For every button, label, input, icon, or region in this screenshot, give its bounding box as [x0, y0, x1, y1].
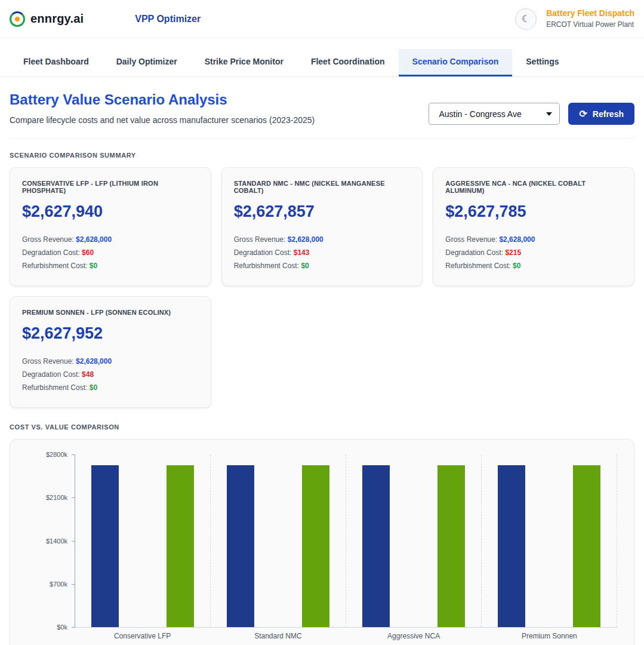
app-header: ennrgy.ai VPP Optimizer ☾ Battery Fleet … — [0, 0, 644, 38]
net-value: $2,627,952 — [22, 324, 199, 343]
main-nav: Fleet Dashboard Daily Optimizer Strike P… — [0, 49, 644, 77]
gross-revenue-value: $2,628,000 — [76, 235, 112, 244]
degradation-value: $48 — [82, 370, 94, 379]
page-title: Battery Value Scenario Analysis — [10, 91, 429, 108]
y-axis-tick-label: $700k — [50, 580, 67, 588]
y-axis-tick-mark — [72, 454, 75, 455]
dispatch-title: Battery Fleet Dispatch — [546, 8, 634, 20]
x-axis-label: Standard NMC — [210, 628, 346, 640]
scenario-card-conservative-lfp: CONSERVATIVE LFP - LFP (LITHIUM IRON PHO… — [10, 167, 211, 286]
bar-net-value — [437, 465, 465, 627]
gross-revenue-value: $2,628,000 — [76, 357, 112, 366]
degradation-row: Degradation Cost: $143 — [234, 246, 411, 259]
net-value: $2,627,857 — [234, 202, 411, 221]
y-axis-tick-mark — [72, 584, 75, 585]
theme-toggle-button[interactable]: ☾ — [515, 8, 537, 30]
scenario-card-standard-nmc: STANDARD NMC - NMC (NICKEL MANGANESE COB… — [221, 167, 423, 286]
chart-plot: $2800k$2100k$1400k$700k$0k — [75, 454, 617, 628]
y-axis-tick-label: $2100k — [46, 494, 67, 501]
refurbishment-value: $0 — [90, 383, 97, 392]
dispatch-info: Battery Fleet Dispatch ERCOT Virtual Pow… — [546, 8, 634, 29]
refurbishment-row: Refurbishment Cost: $0 — [234, 259, 411, 272]
chart-x-labels: Conservative LFPStandard NMCAggressive N… — [75, 628, 617, 640]
site-selector-value: Austin - Congress Ave — [439, 109, 521, 119]
category-premium-sonnen — [482, 454, 617, 627]
refresh-button[interactable]: ⟳ Refresh — [568, 103, 634, 125]
y-axis-tick-mark — [72, 541, 75, 542]
chart-category-row — [75, 454, 617, 627]
degradation-row: Degradation Cost: $60 — [22, 246, 199, 259]
refurbishment-value: $0 — [90, 262, 97, 270]
x-axis-label: Aggressive NCA — [346, 628, 482, 640]
tab-fleet-dashboard[interactable]: Fleet Dashboard — [10, 49, 103, 76]
refurbishment-row: Refurbishment Cost: $0 — [22, 259, 199, 272]
bar-gross-revenue — [227, 465, 254, 627]
logo-text: ennrgy.ai — [30, 12, 84, 26]
y-axis-tick-label: $2800k — [46, 451, 67, 458]
gross-revenue-row: Gross Revenue: $2,628,000 — [445, 233, 622, 246]
bar-net-value — [573, 465, 600, 627]
y-axis-tick-mark — [72, 627, 75, 628]
category-aggressive-nca — [346, 454, 482, 627]
gross-revenue-value: $2,628,000 — [499, 235, 535, 244]
ennrgy-logo[interactable]: ennrgy.ai — [10, 11, 84, 27]
site-selector[interactable]: Austin - Congress Ave — [429, 103, 560, 125]
tab-daily-optimizer[interactable]: Daily Optimizer — [103, 49, 191, 76]
net-value: $2,627,940 — [22, 202, 199, 221]
x-axis-label: Conservative LFP — [75, 628, 210, 640]
refresh-icon: ⟳ — [579, 109, 587, 119]
page-header: Battery Value Scenario Analysis Compare … — [10, 77, 634, 139]
refurbishment-row: Refurbishment Cost: $0 — [22, 381, 199, 394]
bar-gross-revenue — [362, 465, 390, 627]
degradation-value: $143 — [294, 248, 310, 257]
degradation-value: $60 — [82, 248, 94, 257]
summary-section-title: SCENARIO COMPARISON SUMMARY — [10, 152, 634, 159]
tab-scenario-comparison[interactable]: Scenario Comparison — [399, 49, 513, 76]
y-axis-tick-mark — [72, 497, 75, 498]
y-axis-tick-label: $0k — [57, 624, 67, 631]
logo-dot — [15, 17, 20, 22]
category-standard-nmc — [211, 454, 346, 627]
bar-gross-revenue — [498, 465, 525, 627]
bar-gross-revenue — [91, 465, 119, 627]
tab-fleet-coordination[interactable]: Fleet Coordination — [297, 49, 399, 76]
refurbishment-value: $0 — [301, 262, 309, 270]
refurbishment-row: Refurbishment Cost: $0 — [445, 259, 622, 272]
gross-revenue-value: $2,628,000 — [288, 235, 323, 244]
tab-strike-price-monitor[interactable]: Strike Price Monitor — [191, 49, 297, 76]
app-title: VPP Optimizer — [135, 14, 201, 24]
moon-icon: ☾ — [522, 14, 530, 24]
bar-net-value — [167, 465, 194, 627]
gross-revenue-row: Gross Revenue: $2,628,000 — [22, 233, 199, 246]
chart-card: $2800k$2100k$1400k$700k$0k Conservative … — [10, 439, 634, 645]
gross-revenue-row: Gross Revenue: $2,628,000 — [234, 233, 411, 246]
chart-section-title: COST VS. VALUE COMPARISON — [10, 423, 634, 431]
refresh-label: Refresh — [593, 109, 624, 119]
gross-revenue-row: Gross Revenue: $2,628,000 — [22, 355, 199, 368]
main-content: Battery Value Scenario Analysis Compare … — [0, 77, 644, 645]
net-value: $2,627,785 — [445, 202, 622, 221]
dispatch-subtitle: ERCOT Virtual Power Plant — [546, 20, 634, 30]
scenario-card-title: CONSERVATIVE LFP - LFP (LITHIUM IRON PHO… — [22, 180, 199, 194]
ennrgy-logo-icon — [10, 11, 25, 27]
degradation-row: Degradation Cost: $48 — [22, 368, 199, 381]
degradation-value: $215 — [505, 248, 521, 257]
scenario-card-title: PREMIUM SONNEN - LFP (SONNEN ECOLINX) — [22, 309, 199, 316]
refurbishment-value: $0 — [513, 262, 520, 270]
tab-settings[interactable]: Settings — [512, 49, 572, 76]
y-axis-tick-label: $1400k — [46, 538, 67, 545]
scenario-card-grid: CONSERVATIVE LFP - LFP (LITHIUM IRON PHO… — [10, 167, 634, 408]
scenario-card-title: STANDARD NMC - NMC (NICKEL MANGANESE COB… — [234, 180, 411, 194]
degradation-row: Degradation Cost: $215 — [445, 246, 622, 259]
scenario-card-premium-sonnen: PREMIUM SONNEN - LFP (SONNEN ECOLINX) $2… — [10, 296, 211, 408]
category-conservative-lfp — [75, 454, 211, 627]
page-subtitle: Compare lifecycle costs and net value ac… — [10, 115, 429, 125]
bar-net-value — [302, 465, 329, 627]
scenario-card-title: AGGRESSIVE NCA - NCA (NICKEL COBALT ALUM… — [445, 180, 622, 194]
chevron-down-icon — [546, 112, 552, 116]
x-axis-label: Premium Sonnen — [482, 628, 617, 640]
scenario-card-aggressive-nca: AGGRESSIVE NCA - NCA (NICKEL COBALT ALUM… — [433, 167, 634, 286]
